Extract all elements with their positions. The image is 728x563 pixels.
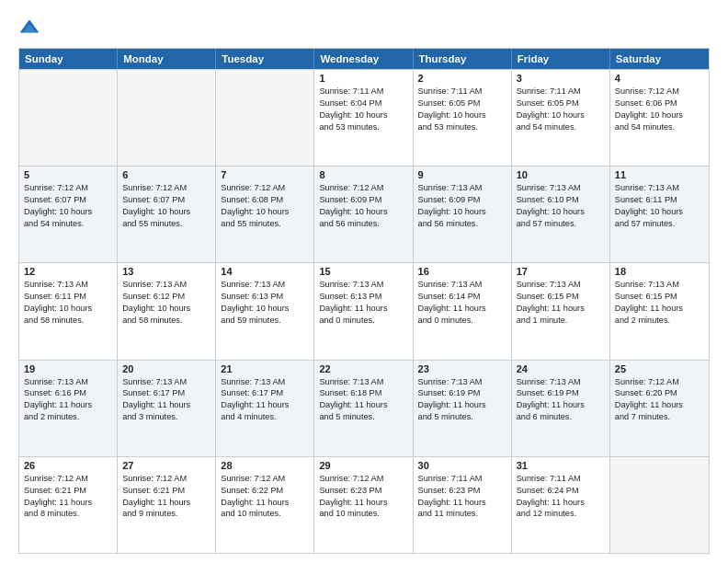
day-number: 8 [319, 169, 407, 180]
calendar-cell: 25Sunrise: 7:12 AMSunset: 6:20 PMDayligh… [610, 361, 709, 456]
cell-line: Sunset: 6:19 PM [418, 387, 506, 399]
cell-line: and 2 minutes. [615, 315, 704, 327]
calendar-cell: 29Sunrise: 7:12 AMSunset: 6:23 PMDayligh… [314, 457, 413, 553]
calendar-cell: 10Sunrise: 7:13 AMSunset: 6:10 PMDayligh… [512, 167, 610, 262]
calendar-cell: 20Sunrise: 7:13 AMSunset: 6:17 PMDayligh… [118, 361, 216, 456]
cell-line: and 5 minutes. [418, 411, 506, 423]
cell-line: Sunset: 6:22 PM [221, 485, 309, 497]
calendar-cell: 24Sunrise: 7:13 AMSunset: 6:19 PMDayligh… [512, 361, 610, 456]
calendar-cell: 1Sunrise: 7:11 AMSunset: 6:04 PMDaylight… [314, 70, 413, 166]
header [18, 17, 710, 39]
cell-line: and 56 minutes. [418, 218, 506, 230]
cell-line: Sunrise: 7:13 AM [221, 279, 309, 291]
cell-line: Sunset: 6:15 PM [517, 291, 605, 303]
weekday-header: Monday [118, 49, 216, 69]
cell-line: Daylight: 10 hours [517, 206, 605, 218]
cell-line: Sunset: 6:11 PM [615, 194, 704, 206]
cell-line: Sunset: 6:20 PM [615, 387, 704, 399]
calendar-cell: 7Sunrise: 7:12 AMSunset: 6:08 PMDaylight… [216, 167, 314, 262]
cell-line: Sunrise: 7:12 AM [221, 182, 309, 194]
calendar-cell: 28Sunrise: 7:12 AMSunset: 6:22 PMDayligh… [216, 457, 314, 553]
cell-line: Daylight: 10 hours [319, 109, 407, 121]
cell-line: Sunrise: 7:12 AM [122, 473, 210, 485]
cell-line: and 12 minutes. [517, 508, 605, 520]
cell-line: Daylight: 11 hours [418, 497, 506, 509]
cell-line: Sunset: 6:12 PM [122, 291, 210, 303]
cell-line: Sunset: 6:05 PM [517, 98, 605, 109]
cell-line: and 0 minutes. [319, 315, 407, 327]
cell-line: Sunrise: 7:12 AM [24, 182, 112, 194]
cell-line: and 2 minutes. [24, 411, 112, 423]
cell-line: and 11 minutes. [418, 508, 506, 520]
cell-line: Sunset: 6:10 PM [517, 194, 605, 206]
cell-line: Sunset: 6:09 PM [319, 194, 407, 206]
day-number: 29 [319, 460, 407, 471]
day-number: 22 [319, 363, 407, 374]
cell-line: and 7 minutes. [615, 411, 704, 423]
cell-line: Daylight: 11 hours [122, 399, 210, 411]
cell-line: and 58 minutes. [122, 315, 210, 327]
calendar-cell: 3Sunrise: 7:11 AMSunset: 6:05 PMDaylight… [512, 70, 610, 166]
cell-line: Sunset: 6:11 PM [24, 291, 112, 303]
cell-line: Sunrise: 7:13 AM [517, 182, 605, 194]
day-number: 25 [615, 363, 704, 374]
cell-line: and 9 minutes. [122, 508, 210, 520]
weekday-header: Wednesday [314, 49, 413, 69]
weekday-header: Saturday [610, 49, 709, 69]
cell-line: and 55 minutes. [122, 218, 210, 230]
day-number: 2 [418, 73, 506, 84]
cell-line: Daylight: 10 hours [24, 303, 112, 315]
day-number: 4 [615, 73, 704, 84]
day-number: 27 [122, 460, 210, 471]
calendar-row: 1Sunrise: 7:11 AMSunset: 6:04 PMDaylight… [19, 69, 709, 166]
cell-line: Sunrise: 7:11 AM [418, 86, 506, 98]
cell-line: Sunset: 6:13 PM [221, 291, 309, 303]
cell-line: Daylight: 11 hours [517, 303, 605, 315]
day-number: 9 [418, 169, 506, 180]
cell-line: and 57 minutes. [517, 218, 605, 230]
day-number: 31 [517, 460, 605, 471]
cell-line: Daylight: 11 hours [615, 399, 704, 411]
cell-line: Daylight: 11 hours [517, 399, 605, 411]
cell-line: Sunset: 6:13 PM [319, 291, 407, 303]
cell-line: Sunrise: 7:13 AM [418, 182, 506, 194]
day-number: 10 [517, 169, 605, 180]
day-number: 3 [517, 73, 605, 84]
cell-line: Sunset: 6:17 PM [221, 387, 309, 399]
cell-line: and 58 minutes. [24, 315, 112, 327]
day-number: 20 [122, 363, 210, 374]
cell-line: and 1 minute. [517, 315, 605, 327]
cell-line: and 54 minutes. [517, 121, 605, 133]
cell-line: Daylight: 10 hours [24, 206, 112, 218]
day-number: 15 [319, 266, 407, 277]
cell-line: Daylight: 11 hours [319, 497, 407, 509]
calendar-cell: 9Sunrise: 7:13 AMSunset: 6:09 PMDaylight… [414, 167, 512, 262]
weekday-header: Sunday [19, 49, 118, 69]
calendar-cell: 27Sunrise: 7:12 AMSunset: 6:21 PMDayligh… [118, 457, 216, 553]
cell-line: Sunrise: 7:13 AM [615, 182, 704, 194]
day-number: 19 [24, 363, 112, 374]
cell-line: and 0 minutes. [418, 315, 506, 327]
cell-line: Sunrise: 7:13 AM [122, 376, 210, 388]
cell-line: Daylight: 10 hours [221, 206, 309, 218]
weekday-header: Tuesday [216, 49, 314, 69]
page: SundayMondayTuesdayWednesdayThursdayFrid… [0, 0, 728, 563]
cell-line: Sunrise: 7:11 AM [319, 86, 407, 98]
day-number: 24 [517, 363, 605, 374]
cell-line: and 54 minutes. [24, 218, 112, 230]
cell-line: Daylight: 11 hours [319, 399, 407, 411]
cell-line: Sunrise: 7:13 AM [615, 279, 704, 291]
cell-line: Sunset: 6:19 PM [517, 387, 605, 399]
calendar-cell: 23Sunrise: 7:13 AMSunset: 6:19 PMDayligh… [414, 361, 512, 456]
cell-line: Daylight: 10 hours [418, 109, 506, 121]
cell-line: Daylight: 10 hours [615, 109, 704, 121]
cell-line: and 53 minutes. [418, 121, 506, 133]
cell-line: Daylight: 11 hours [24, 497, 112, 509]
cell-line: Sunrise: 7:12 AM [24, 473, 112, 485]
calendar-cell: 6Sunrise: 7:12 AMSunset: 6:07 PMDaylight… [118, 167, 216, 262]
cell-line: Sunset: 6:06 PM [615, 98, 704, 109]
cell-line: Daylight: 11 hours [319, 303, 407, 315]
cell-line: Sunset: 6:21 PM [24, 485, 112, 497]
cell-line: Daylight: 10 hours [319, 206, 407, 218]
cell-line: Sunrise: 7:13 AM [319, 279, 407, 291]
